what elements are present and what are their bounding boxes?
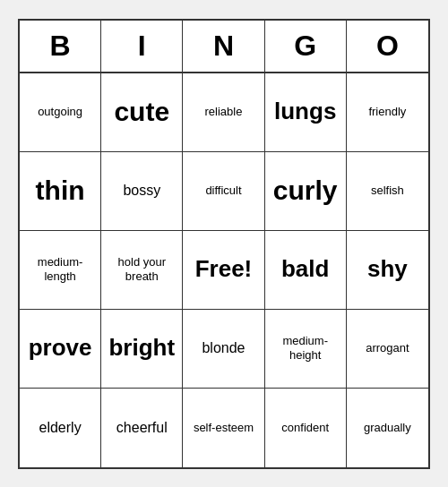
cell-text: cute — [114, 96, 169, 128]
cell-text: arrogant — [366, 341, 409, 355]
cell-text: reliable — [205, 105, 243, 119]
bingo-cell: shy — [347, 231, 428, 310]
cell-text: gradually — [364, 421, 411, 435]
bingo-cell: bossy — [101, 152, 183, 231]
bingo-cell: thin — [20, 152, 101, 231]
cell-text: Free! — [195, 255, 253, 283]
header-letter: B — [20, 21, 101, 72]
cell-text: curly — [273, 175, 338, 207]
cell-text: selfish — [371, 184, 404, 198]
bingo-grid: outgoingcutereliablelungsfriendlythinbos… — [20, 73, 428, 467]
header-letter: I — [101, 21, 183, 72]
cell-text: hold your breath — [106, 255, 177, 283]
bingo-cell: medium-length — [20, 231, 101, 310]
bingo-cell: bald — [265, 231, 347, 310]
header-letter: O — [347, 21, 428, 72]
bingo-cell: confident — [265, 389, 347, 467]
cell-text: prove — [29, 334, 92, 362]
cell-text: self-esteem — [194, 421, 254, 435]
bingo-cell: medium-height — [265, 310, 347, 389]
bingo-cell: selfish — [347, 152, 428, 231]
cell-text: bald — [281, 255, 329, 283]
cell-text: elderly — [39, 419, 82, 436]
bingo-cell: prove — [20, 310, 101, 389]
bingo-cell: self-esteem — [183, 389, 264, 467]
cell-text: outgoing — [38, 105, 82, 119]
cell-text: difficult — [205, 184, 241, 198]
bingo-card: BINGO outgoingcutereliablelungsfriendlyt… — [18, 19, 430, 469]
bingo-cell: bright — [101, 310, 183, 389]
cell-text: shy — [367, 255, 408, 283]
bingo-cell: reliable — [183, 73, 264, 152]
bingo-cell: outgoing — [20, 73, 101, 152]
bingo-cell: Free! — [183, 231, 264, 310]
cell-text: bossy — [123, 182, 160, 199]
cell-text: blonde — [202, 339, 245, 356]
bingo-cell: gradually — [347, 389, 428, 467]
cell-text: cheerful — [116, 419, 168, 436]
cell-text: thin — [36, 175, 85, 207]
cell-text: friendly — [368, 105, 406, 119]
bingo-cell: curly — [265, 152, 347, 231]
header-letter: G — [265, 21, 347, 72]
cell-text: medium-height — [270, 334, 341, 362]
cell-text: confident — [281, 421, 329, 435]
bingo-cell: blonde — [183, 310, 264, 389]
cell-text: medium-length — [24, 255, 96, 283]
bingo-header: BINGO — [20, 21, 428, 73]
bingo-cell: hold your breath — [101, 231, 183, 310]
bingo-cell: cheerful — [101, 389, 183, 467]
bingo-cell: friendly — [347, 73, 428, 152]
bingo-cell: difficult — [183, 152, 264, 231]
cell-text: bright — [108, 334, 175, 362]
bingo-cell: cute — [101, 73, 183, 152]
bingo-cell: arrogant — [347, 310, 428, 389]
cell-text: lungs — [274, 98, 336, 125]
header-letter: N — [183, 21, 264, 72]
bingo-cell: lungs — [265, 73, 347, 152]
bingo-cell: elderly — [20, 389, 101, 467]
